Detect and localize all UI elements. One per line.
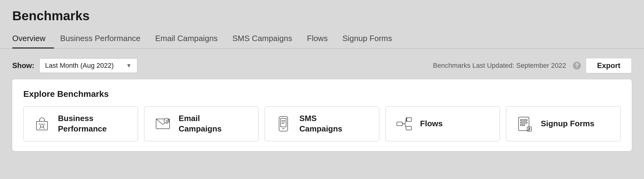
nav-tabs: Overview Business Performance Email Camp… xyxy=(0,29,644,49)
benchmark-items: BusinessPerformance @ EmailCampaigns xyxy=(23,106,621,141)
benchmark-item-email-campaigns[interactable]: @ EmailCampaigns xyxy=(144,106,259,141)
email-campaigns-icon: @ xyxy=(153,114,173,134)
sms-campaigns-label: SMSCampaigns xyxy=(299,113,342,134)
chevron-down-icon: ▼ xyxy=(126,63,132,69)
show-left: Show: Last Month (Aug 2022) ▼ xyxy=(12,58,137,73)
signup-forms-label: Signup Forms xyxy=(541,119,594,129)
email-campaigns-label: EmailCampaigns xyxy=(179,113,222,134)
benchmark-item-business-performance[interactable]: BusinessPerformance xyxy=(23,106,138,141)
benchmark-item-flows[interactable]: Flows xyxy=(385,106,500,141)
svg-rect-5 xyxy=(279,116,288,131)
explore-title: Explore Benchmarks xyxy=(23,89,621,99)
benchmark-item-sms-campaigns[interactable]: SMSCampaigns xyxy=(265,106,379,141)
benchmarks-updated-text: Benchmarks Last Updated: September 2022 xyxy=(433,62,566,70)
tab-overview[interactable]: Overview xyxy=(12,29,54,48)
svg-point-1 xyxy=(40,124,44,127)
tab-email-campaigns[interactable]: Email Campaigns xyxy=(155,29,226,48)
business-performance-icon xyxy=(32,114,52,134)
show-value: Last Month (Aug 2022) xyxy=(45,62,114,70)
signup-icon xyxy=(516,115,533,132)
svg-rect-11 xyxy=(397,122,402,126)
flows-icon-svg xyxy=(396,115,413,132)
svg-text:@: @ xyxy=(166,119,169,123)
signup-forms-icon xyxy=(515,114,535,134)
svg-rect-0 xyxy=(36,121,48,130)
sms-icon xyxy=(275,115,292,132)
tab-signup-forms[interactable]: Signup Forms xyxy=(343,29,401,48)
business-performance-label: BusinessPerformance xyxy=(58,113,107,134)
svg-rect-18 xyxy=(520,124,525,126)
show-label: Show: xyxy=(12,61,34,70)
svg-rect-15 xyxy=(519,117,529,131)
svg-rect-13 xyxy=(406,126,412,130)
email-icon: @ xyxy=(154,115,171,132)
tab-flows[interactable]: Flows xyxy=(307,29,336,48)
show-select[interactable]: Last Month (Aug 2022) ▼ xyxy=(39,58,137,73)
page-title-area: Benchmarks xyxy=(0,0,644,23)
controls-row: Show: Last Month (Aug 2022) ▼ Benchmarks… xyxy=(0,49,644,79)
svg-rect-16 xyxy=(520,120,527,121)
export-button[interactable]: Export xyxy=(586,58,632,73)
tab-business-performance[interactable]: Business Performance xyxy=(60,29,149,48)
svg-rect-6 xyxy=(281,118,286,127)
svg-rect-17 xyxy=(520,122,527,123)
tab-sms-campaigns[interactable]: SMS Campaigns xyxy=(232,29,301,48)
page-title: Benchmarks xyxy=(12,9,632,23)
flows-icon xyxy=(394,114,414,134)
flows-label: Flows xyxy=(420,119,443,129)
info-icon[interactable]: ? xyxy=(573,62,581,70)
explore-card: Explore Benchmarks BusinessPerformance xyxy=(12,79,632,151)
show-right: Benchmarks Last Updated: September 2022 … xyxy=(433,58,632,73)
sms-campaigns-icon xyxy=(274,114,293,134)
benchmark-item-signup-forms[interactable]: Signup Forms xyxy=(506,106,621,141)
bag-icon xyxy=(33,115,51,132)
